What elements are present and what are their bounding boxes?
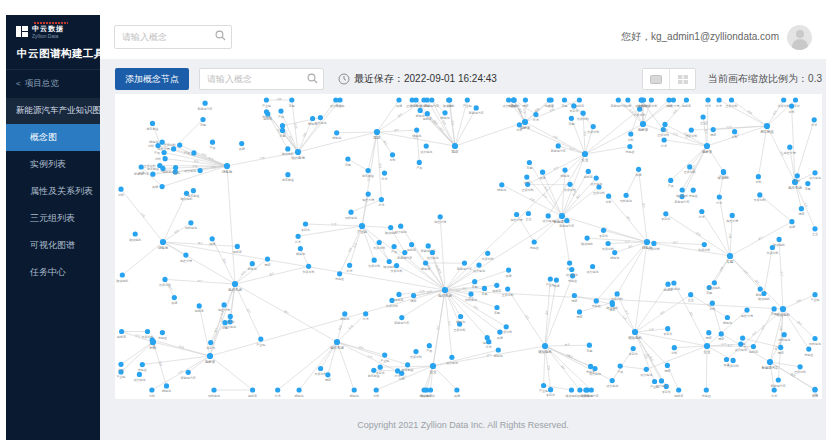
svg-text:车型: 车型 <box>562 104 568 108</box>
svg-text:产业链: 产业链 <box>811 298 820 302</box>
svg-text:产业链: 产业链 <box>171 171 180 175</box>
user-area: 您好，kg_admin1@zylliondata.com <box>621 25 812 50</box>
svg-text:包含: 包含 <box>158 361 163 368</box>
svg-text:负极材料: 负极材料 <box>386 304 398 308</box>
project-group-header[interactable]: 新能源汽车产业知识图谱 ▲ <box>6 98 100 124</box>
svg-text:属于: 属于 <box>544 309 548 315</box>
svg-text:产品: 产品 <box>426 349 432 353</box>
svg-text:企业: 企业 <box>525 217 531 221</box>
svg-text:整车制造: 整车制造 <box>362 174 374 178</box>
svg-text:技术: 技术 <box>705 104 711 108</box>
svg-text:锂电池: 锂电池 <box>493 354 503 358</box>
svg-text:动力电池: 动力电池 <box>542 219 554 223</box>
sidebar-item-3[interactable]: 三元组列表 <box>6 205 100 232</box>
svg-text:燃料电池: 燃料电池 <box>668 287 680 291</box>
svg-text:关联: 关联 <box>277 97 283 101</box>
svg-text:负极材料: 负极材料 <box>611 297 623 301</box>
svg-text:产业链: 产业链 <box>256 343 265 347</box>
header-search <box>114 25 232 49</box>
svg-text:整车制造: 整车制造 <box>147 127 159 131</box>
svg-text:负极材料: 负极材料 <box>159 283 171 287</box>
sidebar-menu: 概念图实例列表属性及关系列表三元组列表可视化图谱任务中心 <box>6 124 100 286</box>
svg-text:整车制造: 整车制造 <box>760 130 774 134</box>
svg-text:技术: 技术 <box>382 177 388 181</box>
svg-text:燃料电池: 燃料电池 <box>620 199 632 203</box>
svg-text:关联: 关联 <box>173 228 180 234</box>
svg-text:整车制造: 整车制造 <box>187 194 199 198</box>
svg-text:新能源汽车: 新能源汽车 <box>559 224 574 228</box>
svg-text:属于: 属于 <box>486 353 492 358</box>
svg-text:产品: 产品 <box>668 184 674 188</box>
svg-text:技术: 技术 <box>378 203 384 207</box>
svg-text:电解液: 电解液 <box>395 298 404 302</box>
svg-text:零部件: 零部件 <box>662 390 671 394</box>
svg-text:充电桩: 充电桩 <box>335 277 344 281</box>
svg-text:隔膜: 隔膜 <box>571 299 577 303</box>
back-to-projects[interactable]: <项目总览 <box>6 70 100 98</box>
svg-text:电解液: 电解液 <box>584 175 593 179</box>
sidebar-item-1[interactable]: 实例列表 <box>6 151 100 178</box>
svg-text:电控系统: 电控系统 <box>362 198 374 202</box>
svg-text:品牌: 品牌 <box>666 104 672 108</box>
svg-text:动力电池: 动力电池 <box>446 361 458 365</box>
user-avatar[interactable] <box>787 25 812 50</box>
user-greeting: 您好，kg_admin1@zylliondata.com <box>621 30 779 44</box>
svg-text:正极材料: 正极材料 <box>726 104 738 108</box>
svg-text:关联: 关联 <box>549 107 556 113</box>
svg-text:车型: 车型 <box>771 312 777 316</box>
svg-text:动力电池: 动力电池 <box>420 150 432 154</box>
svg-text:动力电池: 动力电池 <box>566 273 578 277</box>
svg-text:技术: 技术 <box>524 181 530 185</box>
svg-text:企业: 企业 <box>430 370 437 374</box>
svg-text:品牌: 品牌 <box>454 394 460 398</box>
sidebar-item-4[interactable]: 可视化图谱 <box>6 232 100 259</box>
svg-text:负极材料: 负极材料 <box>303 270 315 274</box>
canvas-icon <box>650 75 662 84</box>
sidebar-item-0[interactable]: 概念图 <box>6 124 100 151</box>
svg-text:负极材料: 负极材料 <box>648 247 660 251</box>
svg-text:锂电池: 锂电池 <box>440 116 450 120</box>
svg-text:技术: 技术 <box>661 144 667 148</box>
svg-text:生产: 生产 <box>197 279 203 283</box>
top-header: 您好，kg_admin1@zylliondata.com <box>100 15 826 59</box>
svg-text:充电桩: 充电桩 <box>530 246 539 250</box>
svg-text:电控系统: 电控系统 <box>784 151 796 155</box>
sidebar-item-2[interactable]: 属性及关系列表 <box>6 178 100 205</box>
svg-text:动力电池: 动力电池 <box>606 384 618 388</box>
svg-text:零部件: 零部件 <box>661 217 670 221</box>
add-concept-node-button[interactable]: 添加概念节点 <box>115 68 189 90</box>
svg-text:材料: 材料 <box>754 180 761 184</box>
svg-text:生产: 生产 <box>728 343 734 347</box>
fit-canvas-button[interactable] <box>643 69 669 89</box>
svg-text:零部件: 零部件 <box>301 228 310 232</box>
svg-text:车型: 车型 <box>280 134 286 138</box>
thumbnail-view-button[interactable] <box>669 69 695 89</box>
svg-text:驱动电机: 驱动电机 <box>538 349 552 354</box>
svg-text:充电桩: 充电桩 <box>138 368 147 372</box>
svg-text:驱动电机: 驱动电机 <box>566 394 578 398</box>
project-group-label: 新能源汽车产业知识图谱 <box>16 105 110 117</box>
svg-text:锂电池: 锂电池 <box>560 174 570 178</box>
svg-text:属于: 属于 <box>796 320 803 327</box>
svg-text:驱动电机: 驱动电机 <box>628 335 642 340</box>
svg-text:锂电池: 锂电池 <box>295 252 305 256</box>
svg-text:隔膜: 隔膜 <box>325 378 331 382</box>
svg-text:负极材料: 负极材料 <box>410 355 422 359</box>
svg-text:品牌: 品牌 <box>789 225 795 229</box>
svg-text:品牌: 品牌 <box>239 147 245 151</box>
svg-text:新能源汽车: 新能源汽车 <box>611 104 626 108</box>
svg-text:属于: 属于 <box>641 203 646 209</box>
concept-search-input[interactable] <box>199 68 324 90</box>
svg-text:负极材料: 负极材料 <box>577 117 589 121</box>
svg-text:新能源汽车: 新能源汽车 <box>134 172 149 176</box>
svg-text:驱动电机: 驱动电机 <box>776 312 790 317</box>
svg-text:新能源汽车: 新能源汽车 <box>551 149 566 153</box>
concept-graph-canvas[interactable]: 关联关联属于应用关联关联关联生产应用关联应用属于关联关联属于属于属于生产生产包含… <box>115 94 822 399</box>
svg-text:新能源汽车: 新能源汽车 <box>394 321 409 325</box>
svg-text:动力电池: 动力电池 <box>656 384 668 388</box>
svg-text:产品: 产品 <box>617 370 623 374</box>
logo-name-cn: 中云数据 <box>32 25 64 33</box>
svg-text:应用: 应用 <box>140 212 147 219</box>
svg-text:生产: 生产 <box>673 240 679 244</box>
sidebar-item-5[interactable]: 任务中心 <box>6 259 100 286</box>
